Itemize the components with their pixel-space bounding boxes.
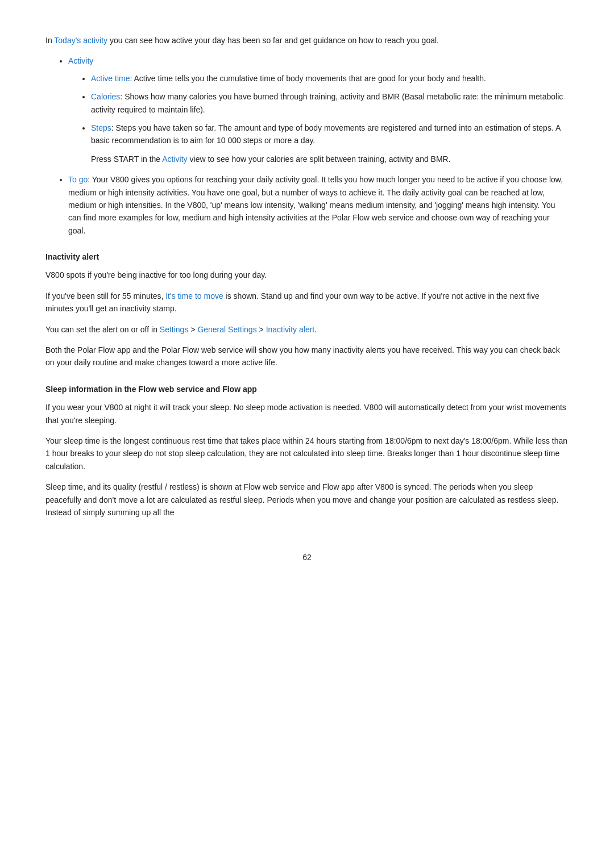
page-number: 62: [45, 553, 569, 562]
level1-list: Activity Active time: Active time tells …: [45, 55, 569, 237]
inactivity-para3: You can set the alert on or off in Setti…: [45, 323, 569, 336]
general-settings-link[interactable]: General Settings: [197, 325, 256, 334]
inactivity-para3-after: .: [314, 325, 317, 334]
to-go-text: : Your V800 gives you options for reachi…: [68, 175, 563, 235]
inactivity-para2: If you've been still for 55 minutes, It'…: [45, 290, 569, 315]
activity-note-before: Press START in the: [91, 155, 162, 164]
calories-text: : Shows how many calories you have burne…: [91, 92, 563, 114]
sleep-para1: If you wear your V800 at night it will t…: [45, 401, 569, 427]
steps-text: : Steps you have taken so far. The amoun…: [91, 123, 560, 145]
activity-bullet: Activity Active time: Active time tells …: [68, 55, 569, 165]
todays-activity-link[interactable]: Today's activity: [54, 36, 107, 45]
inactivity-arrow2: >: [257, 325, 266, 334]
calories-link[interactable]: Calories: [91, 92, 120, 101]
inactivity-para2-before: If you've been still for 55 minutes,: [45, 291, 165, 301]
activity-note: Press START in the Activity view to see …: [91, 153, 569, 165]
inactivity-alert-heading: Inactivity alert: [45, 251, 569, 263]
to-go-link[interactable]: To go: [68, 175, 88, 184]
inactivity-alert-link[interactable]: Inactivity alert: [266, 325, 315, 334]
sleep-para2: Your sleep time is the longest continuou…: [45, 435, 569, 473]
sleep-section-heading: Sleep information in the Flow web servic…: [45, 383, 569, 395]
its-time-to-move-link[interactable]: It's time to move: [165, 291, 223, 301]
inactivity-para3-before: You can set the alert on or off in: [45, 325, 160, 334]
activity-sub-list: Active time: Active time tells you the c…: [68, 72, 569, 147]
intro-paragraph: In Today's activity you can see how acti…: [45, 34, 569, 47]
activity-note-after: view to see how your calories are split …: [188, 155, 451, 164]
calories-item: Calories: Shows how many calories you ha…: [91, 90, 569, 116]
settings-link[interactable]: Settings: [160, 325, 189, 334]
inactivity-para1: V800 spots if you're being inactive for …: [45, 269, 569, 281]
to-go-bullet: To go: Your V800 gives you options for r…: [68, 173, 569, 237]
active-time-item: Active time: Active time tells you the c…: [91, 72, 569, 85]
active-time-text: : Active time tells you the cumulative t…: [130, 74, 486, 83]
intro-text-after: you can see how active your day has been…: [107, 36, 439, 45]
steps-item: Steps: Steps you have taken so far. The …: [91, 122, 569, 147]
sleep-para3: Sleep time, and its quality (restful / r…: [45, 481, 569, 519]
activity-link[interactable]: Activity: [68, 56, 93, 65]
inactivity-arrow1: >: [188, 325, 197, 334]
activity-note-link[interactable]: Activity: [162, 155, 187, 164]
steps-link[interactable]: Steps: [91, 123, 111, 132]
active-time-link[interactable]: Active time: [91, 74, 130, 83]
inactivity-para4: Both the Polar Flow app and the Polar Fl…: [45, 344, 569, 369]
intro-text-before: In: [45, 36, 54, 45]
